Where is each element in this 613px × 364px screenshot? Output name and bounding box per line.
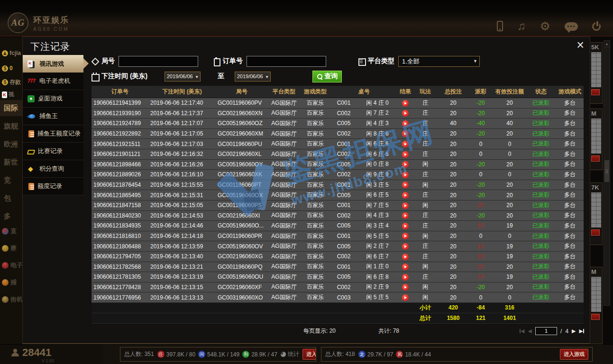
chat-icon[interactable] bbox=[565, 22, 578, 31]
round-filter-label: 局号 bbox=[91, 57, 115, 65]
room-stats-panel: 总人数: 418 龙 29.7K / 97 凤 18.4K / 44 进入游戏 bbox=[321, 347, 593, 362]
gear-icon[interactable]: ⚙ bbox=[540, 21, 550, 31]
mobile-icon[interactable] bbox=[497, 21, 503, 31]
first-page-icon[interactable]: ◀ bbox=[520, 328, 524, 334]
cell-play: 庄 bbox=[413, 211, 438, 219]
hall-item[interactable]: 新世 bbox=[4, 158, 22, 167]
menu-item[interactable]: 积分查询 bbox=[23, 160, 83, 178]
music-icon[interactable]: ♫ bbox=[517, 21, 526, 31]
menu-item[interactable]: 捕鱼王额度记录 bbox=[23, 125, 83, 143]
cell-order: 190606121924789 bbox=[91, 120, 148, 127]
replay-icon[interactable] bbox=[402, 274, 409, 281]
menu-item[interactable]: 额度记录 bbox=[23, 178, 83, 195]
column-header: 平台类型 bbox=[268, 88, 300, 96]
enter-game-button[interactable] bbox=[591, 89, 600, 95]
category-item[interactable]: 捕 bbox=[2, 278, 17, 287]
scrollbar[interactable]: ▲ bbox=[604, 40, 610, 306]
replay-icon[interactable] bbox=[402, 182, 409, 188]
enter-game-button[interactable] bbox=[591, 314, 600, 320]
hall-item[interactable]: 包 bbox=[4, 194, 22, 203]
enter-game-button[interactable]: 进入游戏 bbox=[560, 349, 588, 360]
cell-bet: 20 bbox=[438, 192, 469, 199]
replay-icon[interactable] bbox=[402, 110, 409, 117]
replay-icon[interactable] bbox=[402, 120, 409, 127]
replay-icon[interactable] bbox=[402, 264, 409, 270]
cell-result: 闲 9 庄 9 bbox=[357, 171, 398, 179]
order-input[interactable] bbox=[247, 56, 326, 67]
cell-round: GC005196060OV bbox=[216, 243, 268, 250]
stats-toggle[interactable]: 统计 bbox=[281, 350, 299, 358]
replay-icon[interactable] bbox=[402, 254, 409, 260]
close-icon[interactable]: × bbox=[576, 38, 584, 52]
table-body: 190606121941399 2019-06-06 12:17:40 GC00… bbox=[91, 98, 584, 303]
category-item[interactable]: 赛 bbox=[2, 244, 17, 253]
prev-page-icon[interactable]: ◀ bbox=[528, 328, 532, 334]
deposit-button[interactable]: $存款 bbox=[2, 78, 21, 86]
cell-order: 190606121921511 bbox=[91, 141, 148, 147]
category-icon bbox=[2, 228, 9, 235]
cell-mode: 多台 bbox=[555, 253, 585, 261]
cell-platform: AG国际厅 bbox=[268, 242, 300, 250]
replay-icon[interactable] bbox=[402, 233, 409, 239]
replay-icon[interactable] bbox=[402, 130, 409, 137]
category-item[interactable]: 电子 bbox=[2, 261, 22, 270]
enter-game-button[interactable]: 进入游戏 bbox=[302, 349, 316, 360]
category-item[interactable]: 街机 bbox=[2, 295, 22, 304]
hall-item[interactable]: 国际 bbox=[4, 104, 22, 113]
power-icon[interactable] bbox=[592, 22, 601, 31]
people-total: 总人数: 418 bbox=[325, 350, 355, 358]
hall-item[interactable]: 多 bbox=[4, 212, 22, 221]
scroll-up-icon[interactable]: ▲ bbox=[604, 41, 610, 47]
user-icon: ♟ bbox=[2, 50, 8, 56]
round-input[interactable] bbox=[119, 56, 198, 67]
replay-icon[interactable] bbox=[402, 202, 409, 209]
category-item[interactable]: 直 bbox=[2, 227, 17, 236]
cell-game: 百家乐 bbox=[300, 222, 330, 230]
cell-game: 百家乐 bbox=[300, 181, 330, 189]
cell-time: 2019-06-06 12:14:53 bbox=[148, 212, 216, 219]
hall-item[interactable]: 竞 bbox=[4, 176, 22, 185]
replay-icon[interactable] bbox=[402, 161, 409, 168]
video-tab[interactable]: K视 bbox=[2, 91, 14, 99]
replay-icon[interactable] bbox=[402, 223, 409, 229]
search-button[interactable]: 查询 bbox=[312, 71, 342, 82]
cell-valid: 20 bbox=[493, 130, 527, 137]
topbar-icons: ♫ ⚙ bbox=[497, 20, 601, 32]
cell-order: 190606121847158 bbox=[91, 202, 148, 209]
last-page-icon[interactable]: ▶ bbox=[579, 328, 584, 334]
cell-valid: 20 bbox=[493, 202, 527, 209]
cell-round: GC001196060PQ bbox=[216, 264, 268, 270]
replay-icon[interactable] bbox=[402, 294, 409, 301]
page-input[interactable]: 1 bbox=[535, 327, 557, 335]
replay-icon[interactable] bbox=[402, 284, 409, 291]
replay-icon[interactable] bbox=[402, 151, 409, 158]
menu-item-icon bbox=[28, 183, 34, 190]
menu-item[interactable]: 捕鱼王 bbox=[23, 108, 83, 125]
date-from-picker[interactable]: 2019/06/06 bbox=[165, 72, 201, 82]
menu-item[interactable]: 桌面游戏 bbox=[23, 90, 83, 108]
replay-icon[interactable] bbox=[402, 212, 409, 219]
menu-item[interactable]: 视讯游戏 bbox=[23, 55, 83, 73]
replay-icon[interactable] bbox=[402, 172, 409, 178]
replay-icon[interactable] bbox=[402, 141, 409, 147]
cell-time: 2019-06-06 12:15:31 bbox=[148, 192, 216, 199]
date-to-picker[interactable]: 2019/06/06 bbox=[235, 72, 271, 82]
menu-item[interactable]: 电子老虎机 bbox=[23, 73, 83, 90]
cell-status: 已派彩 bbox=[527, 222, 555, 230]
replay-icon[interactable] bbox=[402, 192, 409, 199]
menu-item[interactable]: 比赛记录 bbox=[23, 143, 83, 160]
platform-select[interactable]: 1.全部 bbox=[398, 56, 480, 67]
cell-payout: 0 bbox=[469, 151, 493, 157]
next-page-icon[interactable]: ▶ bbox=[572, 328, 576, 334]
hall-item[interactable]: 旗舰 bbox=[4, 122, 22, 131]
enter-game-button[interactable] bbox=[591, 229, 600, 236]
replay-icon[interactable] bbox=[402, 243, 409, 250]
cell-play: 庄 bbox=[413, 140, 438, 148]
scrollbar-thumb[interactable] bbox=[604, 160, 609, 182]
calendar-icon bbox=[91, 73, 99, 80]
hall-item[interactable]: 欧洲 bbox=[4, 140, 22, 149]
replay-icon[interactable] bbox=[402, 100, 409, 107]
table-row: 190606121847158 2019-06-06 12:15:05 GC00… bbox=[91, 200, 584, 211]
cell-order: 190606121889026 bbox=[91, 171, 148, 178]
enter-game-button[interactable] bbox=[591, 155, 600, 162]
